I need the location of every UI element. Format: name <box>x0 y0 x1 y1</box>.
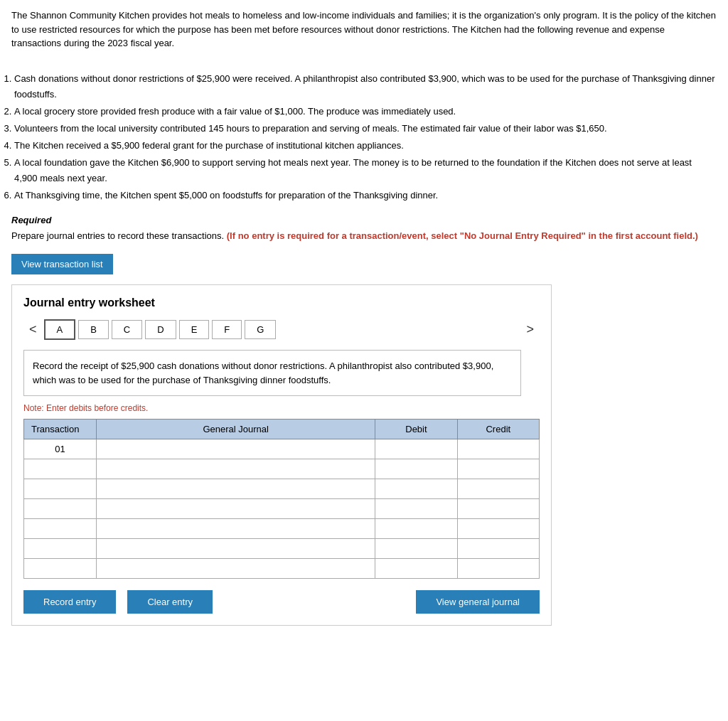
transaction-num-5 <box>24 519 97 539</box>
tabs-row: < A B C D E F G > <box>23 319 540 340</box>
transaction-num-7 <box>24 559 97 579</box>
general-journal-input-7[interactable] <box>101 563 370 574</box>
required-label: Required <box>11 213 717 228</box>
general-journal-input-2[interactable] <box>101 464 370 474</box>
table-row: 01 <box>24 439 540 459</box>
credit-input-5[interactable] <box>462 523 535 534</box>
transaction-num-2 <box>24 459 97 479</box>
col-header-general-journal: General Journal <box>97 420 375 439</box>
required-section: Required Prepare journal entries to reco… <box>11 213 717 242</box>
view-transaction-list-button[interactable]: View transaction list <box>11 254 113 274</box>
transaction-item-3: Volunteers from the local university con… <box>14 121 717 137</box>
col-header-debit: Debit <box>375 420 457 439</box>
general-journal-cell-4[interactable] <box>97 499 375 519</box>
tab-G[interactable]: G <box>245 320 276 339</box>
credit-input-4[interactable] <box>462 503 535 514</box>
table-row <box>24 519 540 539</box>
tab-prev-button[interactable]: < <box>23 319 43 340</box>
tab-F[interactable]: F <box>212 320 242 339</box>
debit-cell-5[interactable] <box>375 519 457 539</box>
clear-entry-button[interactable]: Clear entry <box>127 590 213 614</box>
debit-cell-4[interactable] <box>375 499 457 519</box>
debit-cell-7[interactable] <box>375 559 457 579</box>
credit-input-3[interactable] <box>462 484 535 494</box>
debit-input-2[interactable] <box>380 464 452 474</box>
general-journal-cell-2[interactable] <box>97 459 375 479</box>
table-row <box>24 559 540 579</box>
general-journal-cell-6[interactable] <box>97 539 375 559</box>
intro-text: The Shannon Community Kitchen provides h… <box>11 9 717 50</box>
table-row <box>24 539 540 559</box>
credit-input-2[interactable] <box>462 464 535 474</box>
transactions-list: Cash donations without donor restriction… <box>11 71 717 204</box>
col-header-credit: Credit <box>457 420 539 439</box>
tab-D[interactable]: D <box>145 320 176 339</box>
credit-cell-3[interactable] <box>457 479 539 499</box>
general-journal-input-6[interactable] <box>101 543 370 554</box>
transaction-num-6 <box>24 539 97 559</box>
transaction-num-4 <box>24 499 97 519</box>
instruction-start: Prepare journal entries to record these … <box>11 230 227 241</box>
general-journal-cell-5[interactable] <box>97 519 375 539</box>
credit-input-7[interactable] <box>462 563 535 574</box>
tab-next-button[interactable]: > <box>520 319 540 340</box>
debit-input-1[interactable] <box>380 444 452 454</box>
credit-cell-5[interactable] <box>457 519 539 539</box>
tab-E[interactable]: E <box>179 320 210 339</box>
credit-input-6[interactable] <box>462 543 535 554</box>
table-row <box>24 499 540 519</box>
transaction-item-1: Cash donations without donor restriction… <box>14 71 717 102</box>
credit-input-1[interactable] <box>462 444 535 454</box>
transaction-num-3 <box>24 479 97 499</box>
debit-cell-3[interactable] <box>375 479 457 499</box>
debit-input-7[interactable] <box>380 563 452 574</box>
credit-cell-1[interactable] <box>457 439 539 459</box>
debit-cell-1[interactable] <box>375 439 457 459</box>
debit-input-4[interactable] <box>380 503 452 514</box>
worksheet-title: Journal entry worksheet <box>23 297 540 309</box>
general-journal-input-4[interactable] <box>101 503 370 514</box>
col-header-transaction: Transaction <box>24 420 97 439</box>
transaction-item-6: At Thanksgiving time, the Kitchen spent … <box>14 188 717 203</box>
debit-input-3[interactable] <box>380 484 452 494</box>
required-instruction: Prepare journal entries to record these … <box>11 229 717 243</box>
tab-A[interactable]: A <box>44 319 76 340</box>
debit-input-6[interactable] <box>380 543 452 554</box>
transaction-num-1: 01 <box>24 439 97 459</box>
table-row <box>24 479 540 499</box>
worksheet-container: Journal entry worksheet < A B C D E F G … <box>11 284 552 626</box>
action-buttons: Record entry Clear entry View general jo… <box>23 590 540 614</box>
credit-cell-2[interactable] <box>457 459 539 479</box>
general-journal-cell-7[interactable] <box>97 559 375 579</box>
journal-table: Transaction General Journal Debit Credit… <box>23 419 540 579</box>
general-journal-input-1[interactable] <box>101 444 370 454</box>
debit-cell-2[interactable] <box>375 459 457 479</box>
view-general-journal-button[interactable]: View general journal <box>416 590 540 614</box>
transaction-item-2: A local grocery store provided fresh pro… <box>14 104 717 119</box>
tab-C[interactable]: C <box>112 320 142 339</box>
transaction-item-5: A local foundation gave the Kitchen $6,9… <box>14 155 717 186</box>
instruction-red: (If no entry is required for a transacti… <box>227 230 698 241</box>
general-journal-input-3[interactable] <box>101 484 370 494</box>
transaction-description: Record the receipt of $25,900 cash donat… <box>23 350 521 396</box>
debit-credit-note: Note: Enter debits before credits. <box>23 403 540 413</box>
general-journal-input-5[interactable] <box>101 523 370 534</box>
debit-input-5[interactable] <box>380 523 452 534</box>
credit-cell-6[interactable] <box>457 539 539 559</box>
general-journal-cell-1[interactable] <box>97 439 375 459</box>
credit-cell-7[interactable] <box>457 559 539 579</box>
tab-B[interactable]: B <box>78 320 109 339</box>
record-entry-button[interactable]: Record entry <box>23 590 116 614</box>
credit-cell-4[interactable] <box>457 499 539 519</box>
general-journal-cell-3[interactable] <box>97 479 375 499</box>
transaction-item-4: The Kitchen received a $5,900 federal gr… <box>14 138 717 154</box>
debit-cell-6[interactable] <box>375 539 457 559</box>
table-row <box>24 459 540 479</box>
